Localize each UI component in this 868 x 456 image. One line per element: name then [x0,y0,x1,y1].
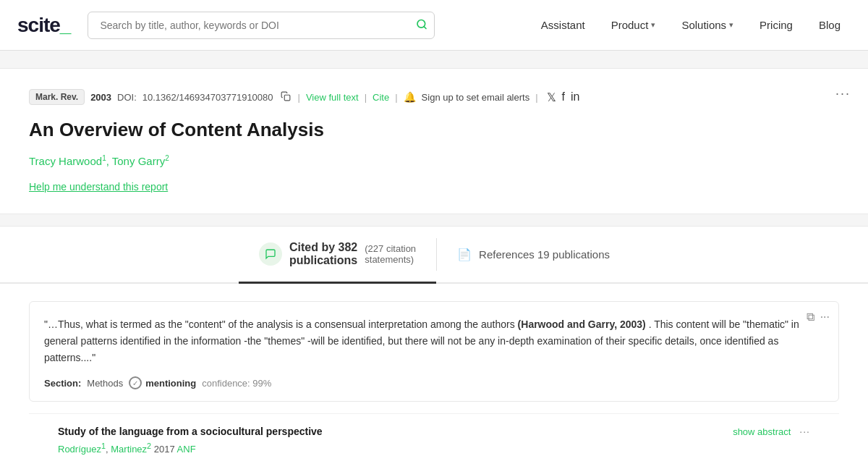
author-2-link[interactable]: Tony Garry2 [112,155,169,167]
separator-3: | [395,92,397,103]
author-1-sup: 1 [102,154,106,162]
nav-pricing[interactable]: Pricing [749,13,803,37]
linkedin-icon[interactable]: in [571,90,579,104]
citation-meta: Section: Methods ✓ mentioning confidence… [44,376,824,389]
citing-paper-year: 2017 [154,444,177,455]
references-label: References 19 publications [479,248,610,261]
bell-icon: 🔔 [404,91,416,103]
twitter-icon[interactable]: 𝕏 [547,90,556,104]
svg-rect-2 [284,95,290,101]
logo: scite_ [17,14,70,37]
nav-assistant[interactable]: Assistant [531,13,595,37]
header: scite_ Assistant Product ▾ Solutions ▾ P… [0,0,868,51]
section-value: Methods [87,378,123,389]
main-nav: Assistant Product ▾ Solutions ▾ Pricing … [531,13,851,37]
separator-4: | [535,92,537,103]
show-abstract-button[interactable]: show abstract [733,426,791,437]
view-full-text-link[interactable]: View full text [306,92,359,103]
paper-more-button[interactable]: ··· [835,86,851,101]
mentioning-badge: ✓ mentioning [129,376,196,389]
speech-bubble-icon [265,248,276,260]
product-chevron-icon: ▾ [651,20,655,30]
journal-badge: Mark. Rev. [29,89,85,105]
svg-line-1 [425,26,427,28]
paper-doi: 10.1362/146934703771910080 [142,92,273,103]
search-bar [88,12,435,39]
authors: Tracy Harwood1, Tony Garry2 [29,154,839,167]
mentioning-circle-icon: ✓ [129,376,142,389]
cited-by-sub: publications [289,254,357,267]
nav-solutions[interactable]: Solutions ▾ [671,13,744,37]
cited-by-main: Cited by 382 [289,241,357,254]
author-2-sup: 2 [165,154,169,162]
copy-icon [281,91,291,101]
citation-statements-2: statements) [365,254,416,265]
citation-block: ⧉ ··· "…Thus, what is termed as the "con… [29,301,839,402]
citing-author-2-sup: 2 [147,442,151,450]
citing-paper-more-button[interactable]: ··· [799,426,810,437]
citing-paper-title: Study of the language from a sociocultur… [58,426,323,437]
tabs-row: Cited by 382 publications (227 citation … [0,227,868,284]
citing-author-2-link[interactable]: Martinez2 [111,444,151,455]
cite-link[interactable]: Cite [373,92,389,103]
solutions-chevron-icon: ▾ [729,20,733,30]
mentioning-label: mentioning [145,378,196,389]
section-label: Section: [44,378,81,389]
citation-section: ⧉ ··· "…Thus, what is termed as the "con… [0,284,868,456]
citing-paper-authors: Rodríguez1, Martinez2 2017 ANF [58,442,323,455]
citation-text: "…Thus, what is termed as the "content" … [44,316,824,366]
tab-references[interactable]: 📄 References 19 publications [437,227,630,282]
citing-paper-journal-link[interactable]: ANF [177,444,196,455]
tab-cited-by-label: Cited by 382 publications [289,241,357,267]
citation-bold: (Harwood and Garry, 2003) [518,318,646,330]
citation-actions: ⧉ ··· [807,311,830,324]
citing-paper-actions: show abstract ··· [733,426,810,437]
paper-card: ··· Mark. Rev. 2003 DOI: 10.1362/1469347… [0,68,868,214]
tabs-section: Cited by 382 publications (227 citation … [0,226,868,456]
paper-title: An Overview of Content Analysis [29,118,839,143]
paper-year: 2003 [90,92,111,103]
paper-doi-label: DOI: [117,92,137,103]
logo-underscore: _ [60,14,71,36]
social-icons: 𝕏 f in [547,90,580,104]
facebook-icon[interactable]: f [562,90,565,104]
citing-author-1-link[interactable]: Rodríguez1 [58,444,106,455]
search-input[interactable] [88,12,435,39]
alert-text: Sign up to set email alerts [422,92,530,103]
paper-metadata: Mark. Rev. 2003 DOI: 10.1362/14693470377… [29,89,839,105]
separator-2: | [365,92,367,103]
nav-blog[interactable]: Blog [809,13,851,37]
main-content: ··· Mark. Rev. 2003 DOI: 10.1362/1469347… [0,51,868,456]
copy-doi-button[interactable] [279,91,292,104]
nav-product[interactable]: Product ▾ [601,13,666,37]
cited-by-icon [259,242,282,266]
citation-statements-1: (227 citation [365,243,416,254]
separator-1: | [298,92,300,103]
help-understand-link[interactable]: Help me understand this report [29,181,168,193]
citing-author-1-sup: 1 [101,442,106,450]
citation-more-button[interactable]: ··· [820,311,830,324]
citing-paper-row: Study of the language from a sociocultur… [29,413,839,456]
references-icon: 📄 [457,248,472,261]
search-icon [416,18,427,30]
search-button[interactable] [416,18,427,32]
author-1-link[interactable]: Tracy Harwood1 [29,155,106,167]
confidence-text: confidence: 99% [202,378,271,389]
tab-cited-by[interactable]: Cited by 382 publications (227 citation … [239,227,436,284]
copy-citation-button[interactable]: ⧉ [807,311,814,324]
tab-citation-statements: (227 citation statements) [365,243,416,265]
